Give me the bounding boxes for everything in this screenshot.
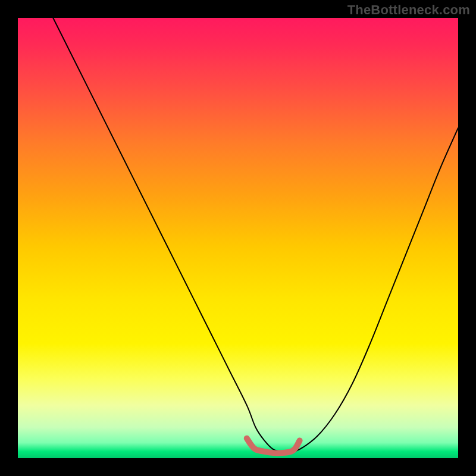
watermark-text: TheBottleneck.com	[347, 2, 470, 18]
chart-frame: TheBottleneck.com	[0, 0, 476, 476]
bottleneck-curve	[53, 18, 458, 452]
curve-layer	[18, 18, 458, 458]
plot-area	[18, 18, 458, 458]
optimal-range-highlight	[247, 439, 300, 453]
